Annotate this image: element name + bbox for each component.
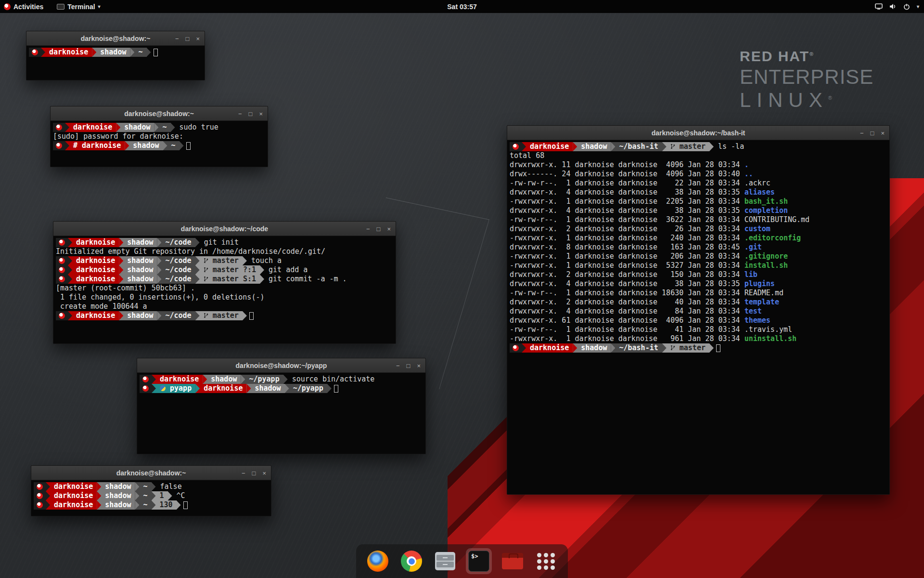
prompt-segment-logo xyxy=(56,311,68,320)
minimize-button[interactable]: − xyxy=(860,130,864,136)
git-branch-icon xyxy=(204,313,208,318)
maximize-button[interactable]: □ xyxy=(377,226,381,232)
prompt-segment-user: darknoise xyxy=(526,142,573,151)
prompt-segment-user: darknoise xyxy=(200,384,246,393)
maximize-button[interactable]: □ xyxy=(249,111,253,117)
dock-toolbox-icon[interactable] xyxy=(500,548,526,574)
redhat-icon xyxy=(142,385,149,392)
window-titlebar[interactable]: darknoise@shadow:~/code − □ × xyxy=(53,222,396,236)
file-name: plugins xyxy=(744,279,775,288)
file-name: .gitignore xyxy=(744,252,788,261)
file-name: template xyxy=(744,298,779,306)
terminal-content[interactable]: darknoiseshadow~/pyapp source bin/activa… xyxy=(137,373,425,454)
minimize-button[interactable]: − xyxy=(396,363,400,369)
close-button[interactable]: × xyxy=(881,130,885,136)
branding-enterprise: ENTERPRISE xyxy=(740,66,873,89)
prompt-segment-host: shadow xyxy=(123,256,157,265)
file-name: test xyxy=(744,307,762,315)
window-titlebar[interactable]: darknoise@shadow:~/bash-it − □ × xyxy=(507,126,889,140)
terminal-line: drwxrwxr-x. 4 darknoise darknoise 84 Jan… xyxy=(510,307,887,316)
clock[interactable]: Sat 03:57 xyxy=(447,3,476,11)
prompt-segment-host: shadow xyxy=(123,238,157,247)
terminal-line: -rwxrwxr-x. 1 darknoise darknoise 206 Ja… xyxy=(510,252,887,261)
window-titlebar[interactable]: darknoise@shadow:~/pyapp − □ × xyxy=(137,358,425,373)
terminal-line: drwx------. 24 darknoise darknoise 4096 … xyxy=(510,170,887,179)
dock-chrome-icon[interactable] xyxy=(398,548,424,574)
files-icon xyxy=(435,552,455,570)
minimize-button[interactable]: − xyxy=(175,36,179,42)
prompt-segment-logo xyxy=(29,48,41,57)
prompt-segment-git: master xyxy=(667,142,709,151)
redhat-icon xyxy=(59,239,65,246)
terminal-content[interactable]: darknoiseshadow~/code git initInitialize… xyxy=(53,236,396,343)
terminal-line: darknoiseshadow~/code master ?:1 git add… xyxy=(56,265,393,275)
window-titlebar[interactable]: darknoise@shadow:~ − □ × xyxy=(51,106,268,121)
terminal-line: create mode 100644 a xyxy=(56,302,393,311)
app-menu-terminal[interactable]: Terminal ▾ xyxy=(57,3,100,11)
prompt-segment-path: ~ xyxy=(139,482,151,491)
branding-redhat: RED HAT® xyxy=(740,48,873,65)
prompt-segment-user: darknoise xyxy=(72,265,119,275)
prompt-segment-exit: 1 xyxy=(156,491,168,500)
terminal-content[interactable]: darknoiseshadow~ sudo true[sudo] passwor… xyxy=(51,121,268,167)
redhat-icon xyxy=(513,345,519,351)
prompt-segment-user: darknoise xyxy=(72,275,119,284)
minimize-button[interactable]: − xyxy=(366,226,370,232)
close-button[interactable]: × xyxy=(387,226,391,232)
prompt-segment-user: darknoise xyxy=(50,500,97,510)
minimize-button[interactable]: − xyxy=(242,470,245,476)
terminal-line: drwxrwxr-x. 2 darknoise darknoise 40 Jan… xyxy=(510,298,887,307)
terminal-window: darknoise@shadow:~ − □ × darknoiseshadow… xyxy=(26,31,205,80)
window-titlebar[interactable]: darknoise@shadow:~ − □ × xyxy=(26,31,205,46)
dock-terminal-icon[interactable]: $> xyxy=(466,548,492,574)
git-branch-icon xyxy=(204,267,208,273)
prompt-segment-host: shadow xyxy=(123,311,157,320)
file-name: .editorconfig xyxy=(744,234,801,242)
git-branch-icon xyxy=(670,144,675,149)
prompt-segment-logo xyxy=(34,491,46,500)
terminal-app-icon: $> xyxy=(468,551,489,572)
dock-appgrid-icon[interactable] xyxy=(533,548,559,574)
prompt-segment-host: shadow xyxy=(123,265,157,275)
minimize-button[interactable]: − xyxy=(238,111,242,117)
prompt-segment-logo xyxy=(53,141,65,150)
redhat-icon xyxy=(142,376,149,382)
distro-icon xyxy=(4,3,11,10)
terminal-line: 1 file changed, 0 insertions(+), 0 delet… xyxy=(56,293,393,302)
maximize-button[interactable]: □ xyxy=(186,36,190,42)
close-button[interactable]: × xyxy=(196,36,200,42)
close-button[interactable]: × xyxy=(259,111,263,117)
prompt-segment-path: ~ xyxy=(139,500,151,510)
terminal-line: -rwxrwxr-x. 1 darknoise darknoise 961 Ja… xyxy=(510,334,887,343)
prompt-segment-host: shadow xyxy=(251,384,284,393)
dock-firefox-icon[interactable] xyxy=(365,548,391,574)
window-title: darknoise@shadow:~ xyxy=(31,469,271,477)
activities-button[interactable]: Activities xyxy=(0,3,43,11)
prompt-segment-host: shadow xyxy=(129,141,163,150)
display-icon xyxy=(875,3,883,10)
terminal-cursor xyxy=(183,501,188,509)
system-status-area[interactable]: ▾ xyxy=(875,3,919,10)
dock-files-icon[interactable] xyxy=(432,548,458,574)
terminal-content[interactable]: darknoiseshadow~ xyxy=(26,46,205,80)
terminal-content[interactable]: darknoiseshadow~ falsedarknoiseshadow~1 … xyxy=(31,480,271,516)
terminal-line: -rwxrwxr-x. 1 darknoise darknoise 2205 J… xyxy=(510,197,887,206)
prompt-segment-logo xyxy=(56,256,68,265)
terminal-line: darknoiseshadow~1 ^C xyxy=(34,491,269,500)
maximize-button[interactable]: □ xyxy=(407,363,411,369)
close-button[interactable]: × xyxy=(262,470,266,476)
file-name: .. xyxy=(744,170,753,178)
maximize-button[interactable]: □ xyxy=(871,130,874,136)
close-button[interactable]: × xyxy=(417,363,421,369)
command-text: git init xyxy=(200,238,239,247)
terminal-line: total 68 xyxy=(510,151,887,160)
terminal-window: darknoise@shadow:~ − □ × darknoiseshadow… xyxy=(50,106,268,167)
terminal-content[interactable]: darknoiseshadow~/bash-it master ls -lato… xyxy=(507,140,889,494)
window-titlebar[interactable]: darknoise@shadow:~ − □ × xyxy=(31,466,271,480)
prompt-segment-user: darknoise xyxy=(50,491,97,500)
file-name: custom xyxy=(744,224,770,233)
prompt-segment-logo xyxy=(53,123,65,132)
terminal-line: drwxrwxr-x. 2 darknoise darknoise 150 Ja… xyxy=(510,270,887,279)
terminal-line: [master (root-commit) 50bcb63] . xyxy=(56,284,393,293)
maximize-button[interactable]: □ xyxy=(252,470,256,476)
